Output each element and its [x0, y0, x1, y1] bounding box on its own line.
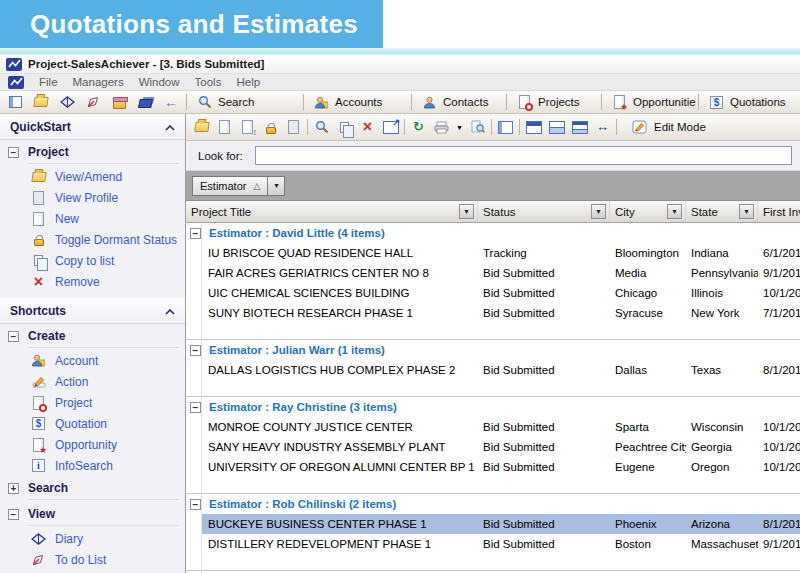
- collapse-icon[interactable]: −: [190, 345, 201, 356]
- books-icon[interactable]: [132, 91, 158, 113]
- column-header-status[interactable]: Status ▼: [478, 201, 610, 222]
- chevron-up-icon[interactable]: [165, 304, 175, 318]
- chevron-up-icon[interactable]: [165, 120, 175, 134]
- opportunities-button[interactable]: ★ Opportunities: [604, 91, 696, 113]
- menu-tools[interactable]: Tools: [195, 76, 222, 88]
- sidebar-group-search[interactable]: + Search: [0, 476, 185, 497]
- sidebar-item-remove[interactable]: × Remove: [0, 271, 185, 292]
- cell: DALLAS LOGISTICS HUB COMPLEX PHASE 2: [202, 364, 478, 376]
- search-button[interactable]: Search: [189, 91, 301, 113]
- menu-help[interactable]: Help: [236, 76, 260, 88]
- table-row[interactable]: DISTILLERY REDEVELOPMENT PHASE 1Bid Subm…: [202, 534, 800, 554]
- collapse-icon[interactable]: −: [8, 509, 19, 520]
- sidebar-item-diary[interactable]: Diary: [0, 528, 185, 549]
- sidebar-item-view-amend[interactable]: View/Amend: [0, 166, 185, 187]
- columns-icon[interactable]: [494, 116, 517, 139]
- group-header[interactable]: −Estimator : Julian Warr (1 items): [186, 340, 800, 360]
- cell: Wisconsin: [686, 421, 758, 433]
- table-row[interactable]: IU BRISCOE QUAD RESIDENCE HALLTrackingBl…: [202, 243, 800, 263]
- sidebar-item-account[interactable]: Account: [0, 350, 185, 371]
- preview-strip-icon[interactable]: [568, 116, 591, 139]
- lock-icon[interactable]: [259, 116, 282, 139]
- table-row[interactable]: FAIR ACRES GERIATRICS CENTER NO 8Bid Sub…: [202, 263, 800, 283]
- lock-icon: [30, 232, 47, 248]
- table-row[interactable]: BUCKEYE BUSINESS CENTER PHASE 1Bid Submi…: [202, 514, 800, 534]
- column-header-first-invoice[interactable]: First Invoice: [758, 201, 800, 222]
- sidebar-item-quotation[interactable]: $ Quotation: [0, 413, 185, 434]
- group-by-estimator-chip[interactable]: Estimator △: [192, 176, 268, 196]
- action-icon: [30, 374, 47, 390]
- split-top-icon[interactable]: [522, 116, 545, 139]
- sidebar-item-new[interactable]: New: [0, 208, 185, 229]
- find-icon[interactable]: [310, 116, 333, 139]
- sidebar-item-copy-to-list[interactable]: Copy to list: [0, 250, 185, 271]
- menu-window[interactable]: Window: [139, 76, 180, 88]
- todo-list-icon[interactable]: [80, 91, 106, 113]
- group-header[interactable]: −Estimator : Rob Chilinski (2 items): [186, 494, 800, 514]
- resize-document-icon[interactable]: ↕: [236, 116, 259, 139]
- open-folder-icon[interactable]: [28, 91, 54, 113]
- filter-dropdown[interactable]: ▼: [739, 204, 754, 219]
- sidebar-group-project[interactable]: − Project: [0, 140, 185, 161]
- diary-icon[interactable]: [54, 91, 80, 113]
- menu-managers[interactable]: Managers: [73, 76, 124, 88]
- print-preview-icon[interactable]: [466, 116, 489, 139]
- sidebar-group-view[interactable]: − View: [0, 502, 185, 523]
- group-filter-dropdown[interactable]: ▼: [268, 176, 285, 196]
- edit-mode-button[interactable]: Edit Mode: [623, 114, 714, 140]
- column-header-city[interactable]: City ▼: [610, 201, 686, 222]
- cell: UIC CHEMICAL SCIENCES BUILDING: [202, 287, 478, 299]
- column-header-project-title[interactable]: Project Title ▼: [186, 201, 478, 222]
- look-for-input[interactable]: [255, 146, 792, 165]
- back-icon[interactable]: ←: [158, 91, 184, 113]
- filter-dropdown[interactable]: ▼: [667, 204, 682, 219]
- print-options-dropdown[interactable]: ▼: [453, 116, 466, 139]
- sidebar-item-infosearch[interactable]: i InfoSearch: [0, 455, 185, 476]
- profile-document-icon[interactable]: [282, 116, 305, 139]
- filter-dropdown[interactable]: ▼: [591, 204, 606, 219]
- shortcuts-header[interactable]: Shortcuts: [0, 298, 185, 324]
- grid-body: −Estimator : David Little (4 items)IU BR…: [186, 223, 800, 573]
- filter-dropdown[interactable]: ▼: [459, 204, 474, 219]
- collapse-icon[interactable]: −: [8, 147, 19, 158]
- sidebar-item-view-profile[interactable]: View Profile: [0, 187, 185, 208]
- view-panel-icon[interactable]: [2, 91, 28, 113]
- menu-file[interactable]: File: [39, 76, 58, 88]
- expand-icon[interactable]: +: [8, 483, 19, 494]
- table-row[interactable]: UIC CHEMICAL SCIENCES BUILDINGBid Submit…: [202, 283, 800, 303]
- sidebar-item-toggle-dormant[interactable]: Toggle Dormant Status: [0, 229, 185, 250]
- copy-icon[interactable]: [333, 116, 356, 139]
- collapse-icon[interactable]: −: [190, 499, 201, 510]
- quotations-button[interactable]: $ Quotations: [701, 91, 800, 113]
- new-document-icon[interactable]: [213, 116, 236, 139]
- open-folder-icon[interactable]: [190, 116, 213, 139]
- collapse-icon[interactable]: −: [190, 402, 201, 413]
- package-icon[interactable]: [106, 91, 132, 113]
- print-icon[interactable]: [430, 116, 453, 139]
- split-bottom-icon[interactable]: [545, 116, 568, 139]
- sidebar-group-create[interactable]: − Create: [0, 324, 185, 345]
- group-header[interactable]: −Estimator : Ray Christine (3 items): [186, 397, 800, 417]
- group-by-bar: Estimator △ ▼: [186, 171, 800, 201]
- sidebar-item-opportunity[interactable]: ★ Opportunity: [0, 434, 185, 455]
- refresh-icon[interactable]: ↻: [407, 116, 430, 139]
- fit-width-icon[interactable]: ↔: [591, 116, 614, 139]
- table-row[interactable]: SANY HEAVY INDUSTRY ASSEMBLY PLANTBid Su…: [202, 437, 800, 457]
- sidebar-item-project[interactable]: Project: [0, 392, 185, 413]
- collapse-icon[interactable]: −: [8, 331, 19, 342]
- contacts-button[interactable]: Contacts: [414, 91, 504, 113]
- export-icon[interactable]: ↗: [379, 116, 402, 139]
- table-row[interactable]: MONROE COUNTY JUSTICE CENTERBid Submitte…: [202, 417, 800, 437]
- delete-icon[interactable]: ×: [356, 116, 379, 139]
- quickstart-header[interactable]: QuickStart: [0, 114, 185, 140]
- projects-button[interactable]: Projects: [509, 91, 599, 113]
- collapse-icon[interactable]: −: [190, 228, 201, 239]
- table-row[interactable]: SUNY BIOTECH RESEARCH PHASE 1Bid Submitt…: [202, 303, 800, 323]
- column-header-state[interactable]: State ▼: [686, 201, 758, 222]
- sidebar-item-action[interactable]: Action: [0, 371, 185, 392]
- accounts-button[interactable]: Accounts: [306, 91, 409, 113]
- sidebar-item-todo-list[interactable]: To do List: [0, 549, 185, 570]
- table-row[interactable]: DALLAS LOGISTICS HUB COMPLEX PHASE 2Bid …: [202, 360, 800, 380]
- group-header[interactable]: −Estimator : David Little (4 items): [186, 223, 800, 243]
- table-row[interactable]: UNIVERSITY OF OREGON ALUMNI CENTER BP 1B…: [202, 457, 800, 477]
